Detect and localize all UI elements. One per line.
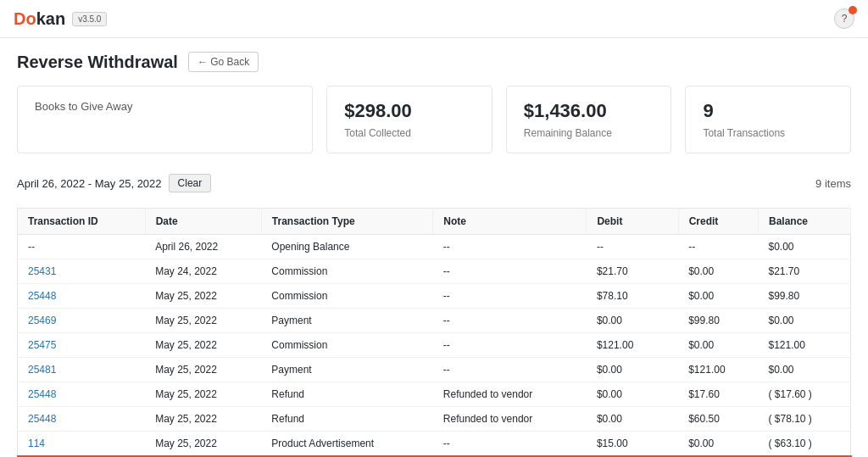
cell-note: -- — [433, 333, 587, 358]
store-name-label: Books to Give Away — [35, 100, 132, 113]
cell-balance: ( $63.10 ) — [758, 432, 850, 456]
total-collected-value: $298.00 — [344, 100, 475, 122]
cell-type: Opening Balance — [261, 235, 433, 259]
filter-bar: April 26, 2022 - May 25, 2022 Clear 9 it… — [17, 167, 851, 199]
cell-date: May 25, 2022 — [145, 333, 261, 358]
cell-balance: $121.00 — [758, 333, 850, 358]
cell-debit: $0.00 — [587, 309, 678, 333]
table-row: 114May 25, 2022Product Advertisement--$1… — [18, 432, 851, 456]
remaining-balance-value: $1,436.00 — [524, 100, 654, 122]
table-row: 25431May 24, 2022Commission--$21.70$0.00… — [18, 259, 851, 284]
col-credit: Credit — [678, 209, 758, 235]
cell-type: Payment — [261, 309, 433, 333]
cell-date: May 25, 2022 — [145, 284, 261, 309]
cell-date: May 25, 2022 — [145, 309, 261, 333]
remaining-balance-label: Remaining Balance — [524, 127, 654, 139]
cell-type: Commission — [261, 284, 433, 309]
transaction-id-link[interactable]: 25448 — [28, 388, 56, 400]
cell-credit: $0.00 — [678, 432, 758, 456]
cell-note: Refunded to vendor — [433, 382, 587, 407]
cell-date: May 25, 2022 — [145, 407, 261, 432]
table-row: 25469May 25, 2022Payment--$0.00$99.80$0.… — [18, 309, 851, 333]
transactions-table: Transaction ID Date Transaction Type Not… — [17, 208, 851, 457]
cell-credit: -- — [678, 235, 758, 259]
cell-transaction-id[interactable]: 25448 — [18, 407, 146, 432]
cell-date: April 26, 2022 — [145, 235, 261, 259]
cell-transaction-id[interactable]: 25448 — [18, 284, 146, 309]
total-transactions-value: 9 — [703, 100, 833, 122]
cell-type: Refund — [261, 382, 433, 407]
cell-transaction-id[interactable]: 25475 — [18, 333, 146, 358]
cell-credit: $17.60 — [678, 382, 758, 407]
cell-type: Commission — [261, 259, 433, 284]
cell-balance: $21.70 — [758, 259, 850, 284]
cell-type: Payment — [261, 358, 433, 382]
table-row: 25475May 25, 2022Commission--$121.00$0.0… — [18, 333, 851, 358]
table-row: 25448May 25, 2022RefundRefunded to vendo… — [18, 382, 851, 407]
help-icon: ? — [842, 13, 848, 25]
cell-date: May 25, 2022 — [145, 432, 261, 456]
col-note: Note — [433, 209, 587, 235]
cell-debit: $15.00 — [587, 432, 678, 456]
cell-date: May 24, 2022 — [145, 259, 261, 284]
col-balance: Balance — [758, 209, 850, 235]
cell-credit: $0.00 — [678, 284, 758, 309]
help-badge — [849, 6, 857, 14]
col-debit: Debit — [587, 209, 678, 235]
go-back-button[interactable]: ← Go Back — [188, 52, 259, 72]
cell-balance: $0.00 — [758, 309, 850, 333]
cell-transaction-id[interactable]: 25481 — [18, 358, 146, 382]
transaction-id-link[interactable]: 25475 — [28, 339, 56, 351]
table-row: 25448May 25, 2022Commission--$78.10$0.00… — [18, 284, 851, 309]
total-transactions-label: Total Transactions — [703, 127, 833, 139]
transaction-id-link[interactable]: 25448 — [28, 413, 56, 425]
help-button[interactable]: ? — [834, 8, 854, 29]
cell-type: Product Advertisement — [261, 432, 433, 456]
cell-transaction-id[interactable]: 25448 — [18, 382, 146, 407]
cell-balance: $0.00 — [758, 235, 850, 259]
transaction-id-link[interactable]: 114 — [28, 437, 45, 449]
transaction-id-link[interactable]: 25469 — [28, 315, 56, 326]
cell-note: -- — [433, 432, 587, 456]
cell-credit: $60.50 — [678, 407, 758, 432]
table-row: 25481May 25, 2022Payment--$0.00$121.00$0… — [18, 358, 851, 382]
transaction-id-link[interactable]: 25481 — [28, 364, 56, 376]
cell-credit: $0.00 — [678, 259, 758, 284]
cell-note: -- — [433, 235, 587, 259]
cell-transaction-id[interactable]: 25469 — [18, 309, 146, 333]
cell-credit: $121.00 — [678, 358, 758, 382]
cell-note: -- — [433, 358, 587, 382]
total-collected-label: Total Collected — [344, 127, 475, 139]
page-content: Reverse Withdrawal ← Go Back Books to Gi… — [0, 38, 868, 457]
cell-note: -- — [433, 284, 587, 309]
filter-left: April 26, 2022 - May 25, 2022 Clear — [17, 174, 211, 192]
page-title: Reverse Withdrawal — [17, 53, 178, 72]
col-transaction-type: Transaction Type — [261, 209, 433, 235]
brand-logo: Dokan — [14, 9, 65, 29]
clear-button[interactable]: Clear — [169, 174, 212, 192]
transaction-id-link[interactable]: 25448 — [28, 290, 56, 302]
col-transaction-id: Transaction ID — [18, 209, 146, 235]
cell-balance: ( $78.10 ) — [758, 407, 850, 432]
table-header-row: Transaction ID Date Transaction Type Not… — [18, 209, 851, 235]
page-header: Reverse Withdrawal ← Go Back — [17, 52, 851, 72]
cell-date: May 25, 2022 — [145, 382, 261, 407]
cell-debit: $0.00 — [587, 382, 678, 407]
cell-transaction-id[interactable]: 25431 — [18, 259, 146, 284]
top-bar: Dokan v3.5.0 ? — [0, 0, 868, 38]
items-count-top: 9 items — [815, 177, 851, 190]
cell-note: -- — [433, 309, 587, 333]
total-collected-card: $298.00 Total Collected — [326, 86, 492, 153]
summary-cards: Books to Give Away $298.00 Total Collect… — [17, 86, 851, 153]
cell-type: Refund — [261, 407, 433, 432]
cell-note: Refunded to vendor — [433, 407, 587, 432]
table-row: --April 26, 2022Opening Balance------$0.… — [18, 235, 851, 259]
cell-credit: $99.80 — [678, 309, 758, 333]
cell-balance: ( $17.60 ) — [758, 382, 850, 407]
cell-transaction-id[interactable]: 114 — [18, 432, 146, 456]
cell-balance: $0.00 — [758, 358, 850, 382]
transaction-id-link[interactable]: 25431 — [28, 265, 56, 277]
cell-note: -- — [433, 259, 587, 284]
cell-debit: $121.00 — [587, 333, 678, 358]
date-range: April 26, 2022 - May 25, 2022 — [17, 177, 162, 190]
